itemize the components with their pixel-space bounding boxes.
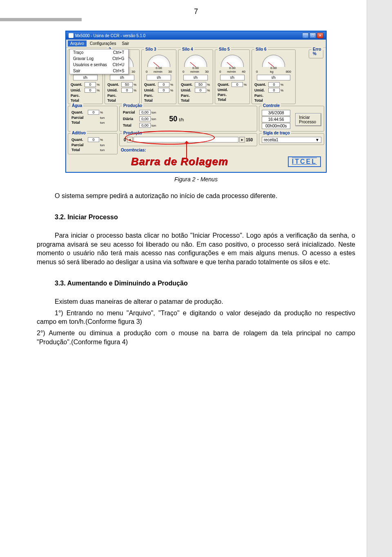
data-row: Parcial0,00ton [122, 109, 157, 115]
silo-data-row: Total [70, 98, 101, 103]
silo-data-row: Umid.0% [143, 87, 174, 93]
menubar: Arquivo Configurações Sair [66, 40, 326, 48]
scroll-min: 0 [124, 138, 126, 142]
header-gray-band [0, 18, 82, 21]
silo-data-row: Total [217, 97, 248, 102]
producao2-title: Produção [122, 131, 143, 135]
scroll-left-button[interactable]: ◄ [127, 137, 133, 143]
agua-group: Água Quant.0%ParcialtonTotalton [68, 106, 118, 131]
section-heading-3-2: 3.2. Iniciar Processo [55, 213, 355, 222]
agua-title: Água [71, 103, 83, 108]
th-box: t/h [147, 75, 171, 80]
th-box: t/h [183, 75, 208, 80]
app-icon [69, 33, 74, 38]
th-box: t/h [73, 75, 98, 80]
silo-data-row: Total [143, 98, 174, 103]
silo-3: Silo 30.000m/min30t/hQuant.0%Umid.0%Parc… [141, 49, 176, 104]
data-row: Parcialton [71, 143, 115, 147]
paragraph-2: Para iniciar o processo basta clicar no … [37, 231, 355, 266]
silo-data-row: Parc. [180, 93, 211, 98]
menu-item-traco[interactable]: TraçoCtrl+T [70, 49, 128, 56]
paragraph-1: O sistema sempre pedirá a autorização no… [37, 192, 355, 201]
scroll-right-button[interactable]: ► [239, 137, 245, 143]
window-title: Mx5000 - Usina de CCR - versão 5.1.0 [75, 33, 145, 38]
silo-data-row: Quant.0% [70, 82, 101, 87]
titlebar: Mx5000 - Usina de CCR - versão 5.1.0 _ □… [66, 31, 326, 40]
paragraph-3: Existem duas maneiras de alterar o patam… [37, 297, 355, 306]
silo-data-row: Parc. [107, 93, 138, 98]
gauge-icon [147, 55, 170, 67]
chevron-down-icon: ▼ [315, 138, 319, 142]
minimize-button[interactable]: _ [302, 33, 309, 38]
silo-title: Silo 3 [144, 47, 158, 51]
th-box: t/h [110, 75, 134, 80]
producao-title: Produção [122, 103, 143, 108]
menu-item-usuarios[interactable]: Usuários e senhasCtrl+U [70, 62, 128, 68]
silo-data-row: Quant.50% [107, 82, 138, 87]
menu-configuracoes[interactable]: Configurações [87, 40, 118, 47]
silo-data-row: Umid.0% [254, 87, 294, 93]
silo-4: Silo 40.000m/min30t/hQuant.50%Umid.0%Par… [178, 49, 213, 104]
silo-data-row: Total [254, 98, 294, 103]
menu-item-gravar-log[interactable]: Gravar LogCtrl+G [70, 56, 128, 62]
gauge-icon [221, 55, 244, 67]
page-number: 7 [37, 0, 355, 18]
gauge-icon [262, 55, 285, 67]
barra-rolagem-caption: Barra de Rolagem [131, 155, 228, 168]
itcel-logo: ITCEL [288, 156, 321, 167]
silo-data-row: Total [107, 98, 138, 103]
th-box: t/h [257, 75, 290, 80]
silo-5: Silo 50.000m/min40t/hQuant.0%Umid.Parc.T… [215, 49, 250, 104]
silo-data-row: Umid.0% [180, 87, 211, 93]
ocorrencias-label: Ocorrências: [119, 147, 257, 153]
data-row: Quant.0% [71, 137, 115, 143]
data-row: Diária0,00ton [122, 116, 157, 122]
data-row: Totalton [71, 147, 115, 152]
sigla-select[interactable]: receita1▼ [262, 137, 321, 143]
th-box: t/h [220, 75, 245, 80]
aditivo-group: Aditivo Quant.0%ParcialtonTotalton [68, 133, 118, 154]
maximize-button[interactable]: □ [310, 33, 316, 38]
section-heading-3-3: 3.3. Aumentando e Diminuindo a Produção [55, 279, 355, 288]
silo-data-row: Parc. [70, 93, 101, 98]
silo-data-row: Umid.0% [70, 87, 101, 93]
annotation-arrow [186, 142, 187, 159]
menu-sair[interactable]: Sair [119, 40, 131, 47]
aditivo-title: Aditivo [71, 131, 87, 135]
controle-date: 3/6/2008 [262, 110, 290, 116]
silo-data-row: Parc. [254, 93, 294, 98]
silo-data-row: Total [180, 98, 211, 103]
paragraph-5: 2°) Aumente ou diminua a produção com o … [37, 329, 355, 346]
gauge-icon [184, 55, 207, 67]
silo-data-row: Quant.0% [217, 82, 248, 87]
silo-data-row: Umid.0% [107, 87, 138, 93]
erro-group: Erro % [309, 49, 323, 58]
silo-data-row: Quant.50% [180, 82, 211, 87]
silo-title: Silo 5 [218, 47, 231, 51]
scroll-max: 150 [246, 138, 253, 142]
silo-title: Silo 4 [181, 47, 194, 51]
menu-arquivo[interactable]: Arquivo [68, 40, 87, 47]
controle-title: Controle [262, 103, 281, 108]
silo-data-row: Quant.0% [143, 82, 174, 87]
silo-data-row: Umid. [217, 87, 248, 92]
controle-elapsed: 00h00m00s [262, 123, 290, 129]
controle-group: Controle 3/6/2008 16:44:56 00h00m00s Ini… [259, 106, 324, 131]
iniciar-processo-button[interactable]: Iniciar Processo [295, 113, 321, 126]
data-row: Total0,00ton [122, 123, 157, 128]
producao-rate: 50 t/h [161, 115, 184, 123]
data-row: Parcialton [71, 115, 115, 120]
controle-time: 16:44:56 [262, 116, 290, 123]
arquivo-dropdown: TraçoCtrl+T Gravar LogCtrl+G Usuários e … [69, 49, 129, 74]
producao-group: Produção Parcial0,00tonDiária0,00tonTota… [119, 106, 257, 131]
sigla-title: Sigla de traço [262, 131, 291, 135]
silo-data-row: Quant.0% [254, 82, 294, 87]
close-button[interactable]: × [317, 33, 323, 38]
silo-data-row: Parc. [143, 93, 174, 98]
menu-item-sair[interactable]: SairCtrl+S [70, 68, 128, 74]
sigla-group: Sigla de traço receita1▼ [259, 133, 324, 145]
silo-6: Silo 60.000kg800t/hQuant.0%Umid.0%Parc.T… [252, 49, 296, 104]
paragraph-4: 1°) Entrando no menu "Arquivo", "Traço" … [37, 309, 355, 326]
figure-caption: Figura 2 - Menus [37, 176, 355, 183]
silo-title: Silo 6 [254, 47, 268, 51]
